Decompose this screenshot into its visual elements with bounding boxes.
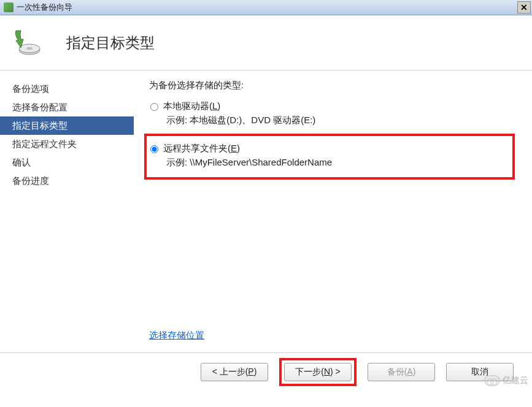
remote-example: 示例: \\MyFileServer\SharedFolderName xyxy=(166,157,510,169)
local-example: 示例: 本地磁盘(D:)、DVD 驱动器(E:) xyxy=(166,115,521,126)
prev-button[interactable]: < 上一步(P) xyxy=(201,363,268,381)
wizard-header: 指定目标类型 xyxy=(0,15,532,70)
sidebar-item[interactable]: 选择备份配置 xyxy=(0,98,134,116)
sidebar-item[interactable]: 确认 xyxy=(0,153,134,172)
option-label: 本地驱动器(L) xyxy=(163,101,220,112)
selection-highlight: 远程共享文件夹(E) 示例: \\MyFileServer\SharedFold… xyxy=(144,134,515,180)
next-button[interactable]: 下一步(N) > xyxy=(284,363,352,381)
cancel-button[interactable]: 取消 xyxy=(446,363,514,381)
option-remote-share[interactable]: 远程共享文件夹(E) xyxy=(149,143,510,154)
next-highlight: 下一步(N) > xyxy=(279,358,357,386)
wizard-body: 备份选项 选择备份配置 指定目标类型 指定远程文件夹 确认 备份进度 为备份选择… xyxy=(0,70,532,352)
sidebar-item[interactable]: 指定远程文件夹 xyxy=(0,135,134,153)
main-panel: 为备份选择存储的类型: 本地驱动器(L) 示例: 本地磁盘(D:)、DVD 驱动… xyxy=(134,70,532,352)
sidebar-item[interactable]: 备份进度 xyxy=(0,172,134,190)
sidebar-item[interactable]: 指定目标类型 xyxy=(0,116,134,135)
steps-sidebar: 备份选项 选择备份配置 指定目标类型 指定远程文件夹 确认 备份进度 xyxy=(0,70,134,352)
sidebar-item[interactable]: 备份选项 xyxy=(0,80,134,98)
radio-local[interactable] xyxy=(150,103,158,111)
wizard-icon xyxy=(4,2,13,12)
svg-point-2 xyxy=(26,47,33,50)
prompt-text: 为备份选择存储的类型: xyxy=(149,80,521,91)
window-title: 一次性备份向导 xyxy=(17,2,517,13)
wizard-footer: < 上一步(P) 下一步(N) > 备份(A) 取消 xyxy=(0,352,532,390)
choose-location-link[interactable]: 选择存储位置 xyxy=(149,330,204,341)
backup-icon xyxy=(12,28,42,58)
titlebar: 一次性备份向导 ✕ xyxy=(0,0,532,15)
close-button[interactable]: ✕ xyxy=(517,1,531,13)
option-local-drive[interactable]: 本地驱动器(L) xyxy=(149,101,521,112)
option-label: 远程共享文件夹(E) xyxy=(163,143,240,154)
backup-button: 备份(A) xyxy=(368,363,435,381)
radio-remote[interactable] xyxy=(150,145,158,153)
page-title: 指定目标类型 xyxy=(66,33,155,53)
